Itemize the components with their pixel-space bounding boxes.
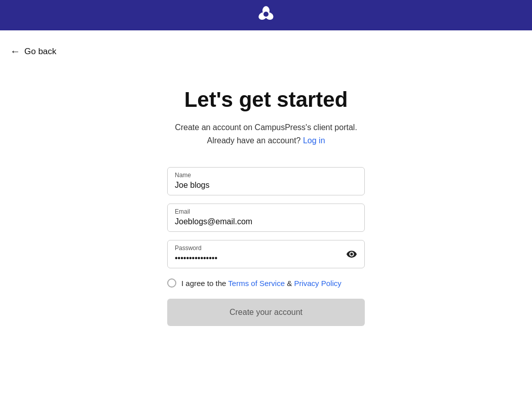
name-field-group: Name [167,167,365,195]
back-arrow-icon: ← [10,46,20,57]
app-header [0,0,532,30]
eye-icon [346,249,357,260]
terms-label: I agree to the Terms of Service & Privac… [181,279,341,288]
name-input[interactable] [175,181,357,190]
go-back-label: Go back [24,47,56,57]
password-field-group: Password [167,240,365,268]
page-subtitle: Create an account on CampusPress's clien… [165,121,367,147]
campuspress-logo-icon [256,5,276,26]
login-link[interactable]: Log in [303,136,325,145]
terms-checkbox[interactable] [167,278,176,288]
name-label: Name [175,172,357,179]
go-back-section: ← Go back [0,30,532,57]
password-input[interactable] [175,254,339,263]
password-toggle-button[interactable] [346,249,357,260]
privacy-policy-link[interactable]: Privacy Policy [294,279,341,288]
go-back-button[interactable]: ← Go back [10,46,56,57]
password-label: Password [175,245,357,252]
email-input[interactable] [175,217,357,226]
email-field-group: Email [167,204,365,232]
create-account-button[interactable]: Create your account [167,299,365,326]
email-label: Email [175,208,357,215]
svg-point-3 [263,12,269,17]
subtitle-text: Create an account on CampusPress's clien… [175,123,357,145]
main-content: Let's get started Create an account on C… [0,57,532,346]
registration-form: Name Email Password I agree to the Terms… [167,167,365,326]
terms-of-service-link[interactable]: Terms of Service [228,279,285,288]
terms-connector: & [287,279,294,288]
terms-prefix: I agree to the [181,279,226,288]
page-title: Let's get started [184,88,348,112]
terms-row: I agree to the Terms of Service & Privac… [167,278,365,288]
